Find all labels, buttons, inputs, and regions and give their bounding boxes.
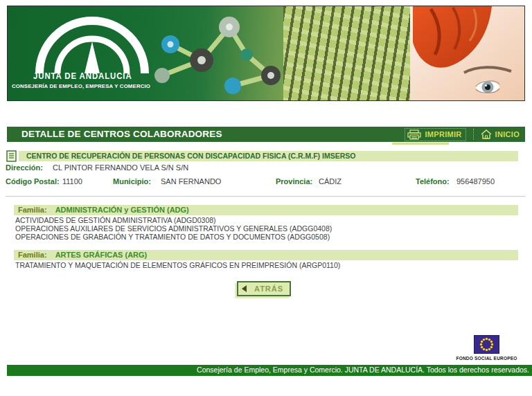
home-button-label: INICIO xyxy=(495,130,520,138)
direccion-label: Dirección: xyxy=(6,163,43,172)
center-name: CENTRO DE RECUPERACIÓN DE PERSONAS CON D… xyxy=(19,151,518,161)
page: JUNTA DE ANDALUCIA CONSEJERÍA DE EMPLEO,… xyxy=(0,0,532,396)
junta-de-andalucia-logo-icon xyxy=(33,12,152,76)
familia-name: ARTES GRÁFICAS (ARG) xyxy=(55,251,148,259)
home-icon xyxy=(481,129,492,139)
title-bar: DETALLE DE CENTROS COLABORADORES IMPRIMI… xyxy=(7,127,525,142)
footer-bar: Consejería de Empleo, Empresa y Comercio… xyxy=(7,365,532,376)
back-button[interactable]: ATRÁS xyxy=(237,281,291,296)
separator xyxy=(6,196,525,197)
provincia-value: CÁDIZ xyxy=(319,177,342,186)
direccion-value: CL PINTOR FERNANDO VELA S/N S/N xyxy=(53,163,188,172)
familia-name: ADMINISTRACIÓN y GESTIÓN (ADG) xyxy=(55,206,189,214)
back-button-label: ATRÁS xyxy=(254,285,283,293)
provincia-label: Provincia: xyxy=(276,177,312,186)
back-arrow-icon xyxy=(242,285,247,292)
course-item: OPERACIONES AUXILIARES DE SERVICIOS ADMI… xyxy=(15,224,332,233)
familia-label: Familia: xyxy=(18,206,47,214)
familia-band-arg: Familia: ARTES GRÁFICAS (ARG) xyxy=(14,250,518,260)
lattice-graphic xyxy=(283,6,416,101)
course-item: ACTIVIDADES DE GESTIÓN ADMINISTRATIVA (A… xyxy=(15,216,216,224)
print-button-label: IMPRIMIR xyxy=(425,130,461,138)
eu-flag-icon xyxy=(474,335,499,354)
logo-subtitle: CONSEJERÍA DE EMPLEO, EMPRESA Y COMERCIO xyxy=(12,83,150,89)
course-item: OPERACIONES DE GRABACIÓN Y TRATAMIENTO D… xyxy=(15,233,330,241)
print-underline xyxy=(392,143,449,145)
telefono-label: Teléfono: xyxy=(416,177,450,186)
page-title: DETALLE DE CENTROS COLABORADORES xyxy=(21,127,222,142)
municipio-value: SAN FERNANDO xyxy=(161,177,221,186)
document-icon xyxy=(6,150,17,162)
print-button[interactable]: IMPRIMIR xyxy=(405,128,466,141)
municipio-label: Municipio: xyxy=(113,177,151,186)
printer-icon xyxy=(407,129,421,140)
telefono-value: 956487950 xyxy=(456,177,495,186)
logo-title: JUNTA DE ANDALUCIA xyxy=(33,71,132,81)
eu-flag-caption: FONDO SOCIAL EUROPEO xyxy=(450,356,523,361)
header-banner: JUNTA DE ANDALUCIA CONSEJERÍA DE EMPLEO,… xyxy=(7,6,525,101)
codigo-postal-value: 11100 xyxy=(62,177,82,186)
copyright-text: Consejería de Empleo, Empresa y Comercio… xyxy=(197,366,529,374)
woman-photo xyxy=(410,6,525,101)
course-item: TRATAMIENTO Y MAQUETACIÓN DE ELEMENTOS G… xyxy=(15,261,340,269)
title-bar-actions: IMPRIMIR INICIO xyxy=(405,127,521,142)
home-button[interactable]: INICIO xyxy=(473,129,521,140)
familia-band-adg: Familia: ADMINISTRACIÓN y GESTIÓN (ADG) xyxy=(14,205,518,215)
familia-label: Familia: xyxy=(18,251,47,259)
codigo-postal-label: Código Postal: xyxy=(6,177,60,186)
